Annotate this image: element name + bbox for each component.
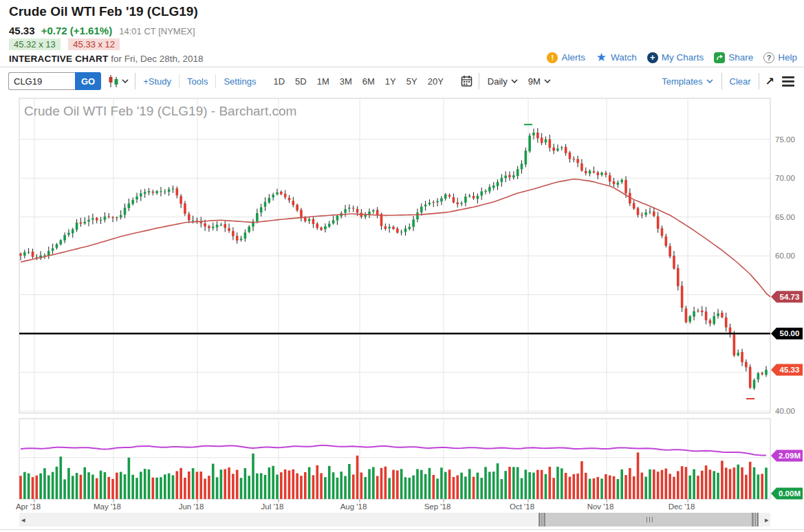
divider [215,74,216,88]
question-circle-icon: ? [763,52,774,63]
range-6m-button[interactable]: 6M [360,76,377,87]
axis-badge-label: 50.00 [780,329,800,337]
chart-watermark-title: Crude Oil WTI Feb '19 (CLG19) - Barchart… [24,104,296,118]
quote-time: 14:01 CT [NYMEX] [119,26,195,36]
axis-badge-label: 2.09M [779,452,801,460]
price-axis-label: 70.00 [775,174,795,182]
month-axis-label: Sep '18 [424,502,451,511]
bottom-divider [0,529,804,530]
calendar-icon [461,75,472,87]
menu-icon[interactable] [781,75,796,88]
divider [759,73,759,89]
range-1m-button[interactable]: 1M [315,76,332,87]
share-link[interactable]: Share [714,52,753,63]
month-axis-label: Jul '18 [261,502,284,511]
symbol-input-group: GO [8,72,101,90]
month-axis-label: Oct '18 [510,502,534,511]
chevron-down-icon [511,79,518,83]
price-axis-label: 65.00 [775,213,795,221]
range-1d-button[interactable]: 1D [271,76,287,87]
month-axis-label: Nov '18 [587,502,614,511]
candlestick-icon [107,74,120,88]
symbol-input[interactable] [8,72,75,90]
expand-chart-icon[interactable]: ↗ [765,75,774,88]
span-dropdown[interactable]: 9M [526,76,553,87]
scroll-left-icon[interactable]: ◂ [21,515,25,524]
header-divider [0,67,804,67]
price-axis-label: 60.00 [775,252,795,260]
clear-button[interactable]: Clear [728,76,752,87]
ask-badge: 45.33 x 12 [68,38,120,50]
range-20y-button[interactable]: 20Y [426,76,446,87]
barchart-interactive-chart-page: Crude Oil WTI Feb '19 (CLG19) 45.33 +0.7… [0,0,804,532]
scroll-handle-right[interactable] [752,513,759,527]
plus-circle-icon: + [647,52,658,63]
interactive-price-chart[interactable]: Crude Oil WTI Feb '19 (CLG19) - Barchart… [0,96,804,511]
divider [479,73,479,89]
star-icon: ★ [596,52,607,63]
chart-scrollbar-track[interactable]: ◂ ▸ [19,513,770,527]
page-title: Crude Oil WTI Feb '19 (CLG19) [9,4,198,19]
divider [179,74,180,88]
month-axis-label: May '18 [94,502,121,511]
price-axis-label: 75.00 [775,135,795,144]
scroll-grip [647,517,654,522]
chart-date-label: for Fri, Dec 28th, 2018 [111,54,203,64]
scroll-handle-left[interactable] [539,513,545,527]
quote-row: 45.33 +0.72 (+1.61%) 14:01 CT [NYMEX] [9,25,195,36]
axis-badge-label: 45.33 [780,366,800,374]
price-axis-label: 40.00 [775,407,795,415]
month-axis-label: Apr '18 [16,502,41,511]
range-5y-button[interactable]: 5Y [404,76,420,87]
interactive-chart-label: INTERACTIVE CHART [9,54,108,64]
alerts-link[interactable]: ! Alerts [547,52,585,63]
frequency-dropdown[interactable]: Daily [486,76,520,87]
chart-scrollbar-thumb[interactable] [539,513,759,527]
share-arrow-icon [714,52,725,63]
tools-button[interactable]: Tools [186,76,209,87]
axis-badge-label: 0.00M [779,489,801,498]
price-change: +0.72 (+1.61%) [41,25,112,36]
templates-dropdown[interactable]: Templates [660,76,715,87]
month-axis-label: Aug '18 [340,502,367,511]
month-axis-label: Jun '18 [179,502,204,511]
add-study-button[interactable]: +Study [142,76,173,87]
chevron-down-icon [706,79,713,83]
range-1y-button[interactable]: 1Y [383,76,398,87]
go-button[interactable]: GO [75,72,101,90]
chevron-down-icon [122,79,129,83]
header-links: ! Alerts ★ Watch + My Charts Share ? Hel… [547,52,797,63]
axis-badges: 54.7350.0045.332.09M0.00M [771,291,803,499]
chart-toolbar: GO +Study Tools Settings 1D 5D 1M 3M 6M … [0,69,804,93]
divider [721,73,722,89]
page-subtitle: INTERACTIVE CHART for Fri, Dec 28th, 201… [9,54,204,64]
help-link[interactable]: ? Help [763,52,797,63]
alert-exclamation-icon: ! [547,52,558,63]
axis-badge-label: 54.73 [780,293,800,301]
my-charts-link[interactable]: + My Charts [647,52,704,63]
watch-link[interactable]: ★ Watch [596,52,637,63]
range-3m-button[interactable]: 3M [338,76,354,87]
range-5d-button[interactable]: 5D [293,76,309,87]
bid-badge: 45.32 x 13 [9,38,61,50]
settings-button[interactable]: Settings [222,76,257,87]
chart-type-dropdown[interactable] [107,74,129,88]
divider [135,73,135,89]
bid-ask-row: 45.32 x 13 45.33 x 12 [9,39,120,49]
last-price: 45.33 [9,25,35,36]
month-axis-label: Dec '18 [669,502,695,511]
chevron-down-icon [544,79,551,83]
scroll-right-icon[interactable]: ▸ [765,515,769,524]
calendar-button[interactable] [461,75,472,87]
